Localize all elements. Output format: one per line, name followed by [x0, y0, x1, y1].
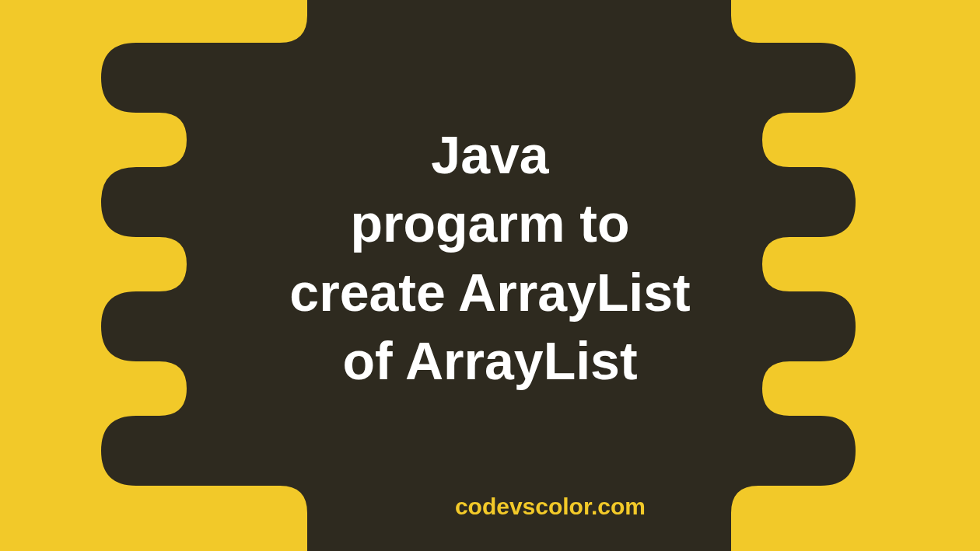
site-url-label: codevscolor.com: [455, 493, 646, 520]
main-title: Java progarm to create ArrayList of Arra…: [289, 120, 690, 396]
